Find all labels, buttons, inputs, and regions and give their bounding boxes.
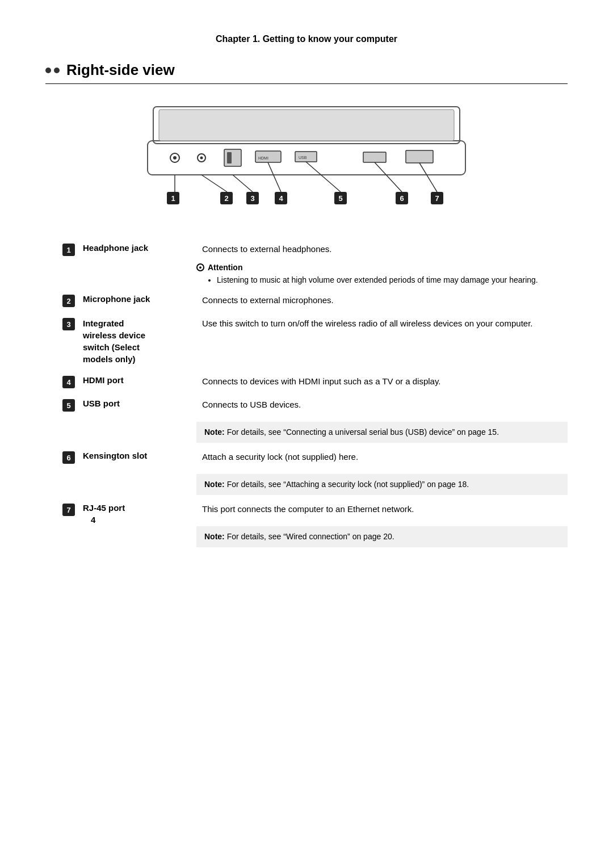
note-block-7: Note: For details, see “Wired connection…	[196, 526, 568, 547]
dot-1	[45, 68, 51, 73]
item-badge-3: 3	[62, 318, 75, 330]
item-name-6: Kensington slot	[83, 451, 202, 460]
item-name-1: Headphone jack	[83, 243, 202, 253]
item-row: 2 Microphone jack Connects to external m…	[62, 294, 568, 307]
item-row: 7 RJ-45 port This port connects the comp…	[62, 503, 568, 516]
note-block-6: Note: For details, see “Attaching a secu…	[196, 474, 568, 495]
item-desc-2: Connects to external microphones.	[202, 294, 568, 307]
note-label-7: Note:	[204, 532, 225, 541]
svg-line-17	[233, 175, 253, 192]
attention-title: ● Attention	[196, 263, 568, 272]
svg-line-18	[268, 162, 281, 192]
dot-2	[54, 68, 60, 73]
item-badge-4: 4	[62, 376, 75, 388]
note-block-5: Note: For details, see “Connecting a uni…	[196, 422, 568, 443]
section-header: Right-side view	[45, 61, 568, 84]
item-row: 6 Kensington slot Attach a security lock…	[62, 451, 568, 464]
item-name-7: RJ-45 port	[83, 503, 202, 513]
svg-text:USB: USB	[299, 156, 307, 160]
item-badge-1: 1	[62, 244, 75, 256]
item-desc-3: Use this switch to turn on/off the wirel…	[202, 317, 568, 330]
laptop-diagram: HDMI USB	[102, 95, 511, 226]
svg-rect-7	[224, 149, 241, 166]
item-row: 4 HDMI port Connects to devices with HDM…	[62, 375, 568, 388]
item-desc-5: Connects to USB devices.	[202, 399, 568, 412]
svg-point-4	[173, 156, 177, 160]
diagram-container: HDMI USB	[45, 95, 568, 226]
chapter-title: Chapter 1. Getting to know your computer	[45, 34, 568, 44]
attention-bullets: Listening to music at high volume over e…	[208, 274, 568, 286]
svg-text:HDMI: HDMI	[258, 156, 268, 160]
attention-block-1: ● Attention Listening to music at high v…	[196, 263, 568, 286]
note-text-6: For details, see “Attaching a security l…	[227, 480, 469, 489]
svg-rect-14	[406, 150, 433, 163]
item-badge-6: 6	[62, 451, 75, 464]
svg-text:3: 3	[250, 194, 254, 203]
item-desc-6: Attach a security lock (not supplied) he…	[202, 451, 568, 464]
attention-label: Attention	[208, 263, 242, 272]
svg-text:5: 5	[338, 194, 342, 203]
attention-bullet-item: Listening to music at high volume over e…	[217, 274, 568, 286]
item-badge-2: 2	[62, 295, 75, 307]
item-badge-7: 7	[62, 504, 75, 516]
attention-icon: ●	[196, 263, 204, 271]
page-number: 4	[91, 515, 95, 525]
item-name-5: USB port	[83, 399, 202, 408]
section-dots	[45, 68, 60, 73]
svg-text:1: 1	[171, 194, 175, 203]
svg-point-6	[200, 157, 203, 160]
item-desc-4: Connects to devices with HDMI input such…	[202, 375, 568, 388]
item-desc-7: This port connects the computer to an Et…	[202, 503, 568, 516]
item-desc-1: Connects to external headphones.	[202, 243, 568, 256]
section-title: Right-side view	[66, 61, 175, 79]
svg-rect-2	[159, 110, 454, 141]
svg-line-16	[201, 175, 227, 192]
note-text-5: For details, see “Connecting a universal…	[227, 427, 499, 437]
svg-line-19	[306, 162, 341, 192]
item-row: 5 USB port Connects to USB devices.	[62, 399, 568, 412]
item-name-2: Microphone jack	[83, 294, 202, 304]
note-label-5: Note:	[204, 427, 225, 437]
svg-text:6: 6	[400, 194, 404, 203]
svg-rect-13	[363, 152, 386, 162]
items-section: 1 Headphone jack Connects to external he…	[62, 243, 568, 547]
item-name-4: HDMI port	[83, 375, 202, 385]
svg-line-20	[375, 162, 402, 192]
note-text-7: For details, see “Wired connection” on p…	[227, 532, 394, 541]
svg-line-21	[419, 163, 437, 192]
note-label-6: Note:	[204, 480, 225, 489]
item-badge-5: 5	[62, 399, 75, 412]
svg-text:4: 4	[279, 194, 283, 203]
item-row: 3 Integratedwireless deviceswitch (Selec…	[62, 317, 568, 365]
item-row: 1 Headphone jack Connects to external he…	[62, 243, 568, 256]
svg-text:2: 2	[224, 194, 228, 203]
svg-text:7: 7	[435, 194, 439, 203]
svg-rect-8	[227, 152, 232, 163]
item-name-3: Integratedwireless deviceswitch (Selectm…	[83, 317, 202, 365]
